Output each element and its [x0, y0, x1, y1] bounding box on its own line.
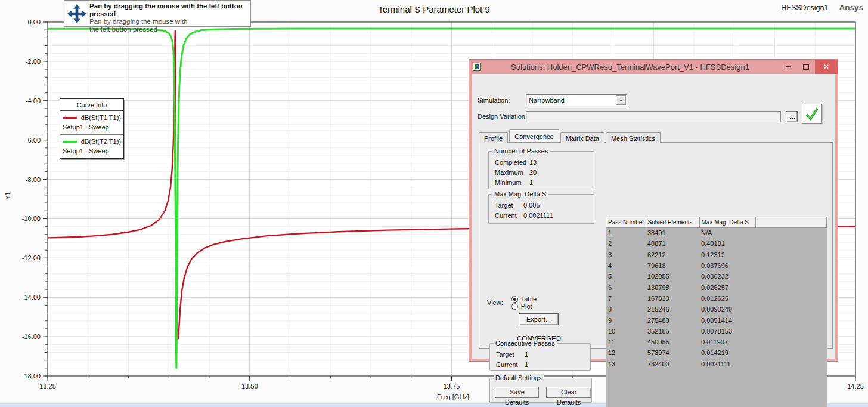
legend-entry: dB(St(T1,T1)) Setup1 : Sweep: [60, 111, 123, 134]
table-cell: 450055: [646, 337, 699, 347]
table-row[interactable]: 4796180.037696: [606, 260, 827, 271]
table-cell: 0.012625: [699, 293, 755, 304]
simulation-combobox[interactable]: Narrowband ▼: [526, 94, 627, 106]
table-cell: 38491: [646, 227, 699, 238]
minimize-button[interactable]: [779, 60, 797, 74]
table-cell: 573974: [646, 347, 699, 358]
table-cell: [755, 271, 827, 282]
table-row[interactable]: 92754800.0051414: [606, 314, 827, 325]
x-tick-label: 14.25: [847, 383, 864, 390]
table-row[interactable]: 137324000.0021111: [606, 359, 827, 369]
stat-label: Current: [495, 211, 523, 221]
stat-value: 13: [529, 158, 537, 168]
tab-profile[interactable]: Profile: [479, 132, 508, 143]
solutions-dialog: Solutions: Holden_CPWReso_TerminalWavePo…: [469, 60, 838, 361]
table-cell: [755, 227, 827, 238]
clear-defaults-button[interactable]: Clear Defaults: [546, 387, 591, 398]
table-cell: 0.12312: [699, 249, 755, 260]
stat-row: Maximum20: [495, 168, 590, 178]
curve-swatch-green: [63, 141, 77, 143]
table-header-cell[interactable]: Max Mag. Delta S: [699, 217, 755, 227]
table-cell: 3: [606, 249, 646, 260]
green-check-icon: [804, 106, 820, 122]
curve-info-legend: Curve Info dB(St(T1,T1)) Setup1 : Sweep …: [60, 98, 124, 159]
convergence-table[interactable]: Pass NumberSolved ElementsMax Mag. Delta…: [606, 217, 827, 407]
dialog-body: Simulation: Narrowband ▼ Design Variatio…: [472, 74, 835, 359]
tab-convergence[interactable]: Convergence: [509, 130, 559, 142]
stat-label: Maximum: [495, 168, 529, 178]
stat-row: Completed13: [495, 158, 590, 168]
table-cell: 9: [606, 314, 646, 325]
save-defaults-button[interactable]: Save Defaults: [495, 387, 539, 398]
table-cell: 10: [606, 326, 646, 337]
table-header-cell[interactable]: Pass Number: [606, 217, 646, 227]
table-row[interactable]: 3622120.12312: [606, 249, 827, 260]
table-cell: 0.0078153: [699, 326, 755, 337]
dialog-titlebar[interactable]: Solutions: Holden_CPWReso_TerminalWavePo…: [469, 60, 838, 74]
close-window-button[interactable]: ✕: [815, 60, 838, 74]
stat-row: Target0.005: [495, 201, 590, 211]
table-row[interactable]: 61307980.026257: [606, 282, 827, 292]
table-cell: 0.026257: [699, 282, 755, 292]
table-cell: 0.014219: [699, 347, 755, 358]
pan-arrows-icon: [67, 4, 87, 24]
design-variation-field[interactable]: [526, 111, 781, 122]
y-tick-label: -6.00: [26, 137, 41, 144]
x-tick-label: 13.25: [39, 383, 56, 390]
table-row[interactable]: 51020550.036232: [606, 271, 827, 282]
radio-icon[interactable]: [512, 296, 518, 303]
view-label: View:: [487, 299, 503, 306]
table-cell: 48871: [646, 238, 699, 249]
browse-variation-button[interactable]: ...: [786, 111, 798, 122]
table-header-cell[interactable]: [755, 217, 827, 227]
view-radio-plot[interactable]: Plot: [512, 303, 537, 310]
x-tick-label: 13.75: [444, 383, 460, 390]
table-cell: 2: [606, 238, 646, 249]
stat-label: Target: [495, 201, 523, 211]
table-cell: 130798: [646, 282, 699, 292]
minimize-icon: [786, 66, 791, 67]
stat-value: 20: [529, 168, 537, 178]
table-cell: [755, 314, 827, 325]
table-row[interactable]: 82152460.0090249: [606, 304, 827, 314]
table-cell: 167833: [646, 293, 699, 304]
table-row[interactable]: 2488710.40181: [606, 238, 827, 249]
view-radio-table[interactable]: Table: [512, 295, 537, 303]
groupbox-title: Number of Passes: [492, 147, 550, 155]
stat-value: 0.0021111: [523, 211, 553, 221]
convergence-tab-panel: Number of Passes Completed13Maximum20Min…: [479, 142, 833, 349]
curve-swatch-red: [63, 117, 77, 119]
maximize-button[interactable]: [797, 60, 815, 74]
table-row[interactable]: 138491N/A: [606, 227, 827, 238]
default-settings-groupbox: Default Settings Save Defaults Clear Def…: [489, 378, 592, 403]
y-tick-label: -4.00: [26, 97, 41, 104]
table-header-cell[interactable]: Solved Elements: [646, 217, 699, 227]
y-axis-label: Y1: [4, 192, 11, 199]
y-tick-label: -8.00: [26, 176, 41, 183]
apply-check-button[interactable]: [802, 104, 822, 124]
y-tick-label: -12.00: [22, 254, 41, 261]
stat-row: Current0.0021111: [495, 211, 590, 221]
tab-matrix-data[interactable]: Matrix Data: [560, 132, 604, 143]
table-cell: 12: [606, 347, 646, 358]
table-row[interactable]: 125739740.014219: [606, 347, 827, 358]
tooltip-title: Pan by dragging the mouse with the left …: [89, 2, 247, 18]
max-mag-delta-s-groupbox: Max Mag. Delta S Target0.005Current0.002…: [488, 194, 594, 224]
stat-label: Completed: [495, 158, 529, 168]
radio-icon[interactable]: [512, 303, 518, 310]
table-row[interactable]: 103521850.0078153: [606, 326, 827, 337]
dialog-title: Solutions: Holden_CPWReso_TerminalWavePo…: [481, 63, 779, 72]
tab-mesh-statistics[interactable]: Mesh Statistics: [606, 132, 661, 143]
ansys-logo: Ansys: [839, 3, 863, 12]
table-row[interactable]: 71678330.012625: [606, 293, 827, 304]
export-button[interactable]: Export...: [519, 313, 559, 325]
table-cell: 8: [606, 304, 646, 314]
table-cell: [755, 260, 827, 271]
table-row[interactable]: 114500550.011907: [606, 337, 827, 347]
legend-title: Curve Info: [60, 99, 123, 111]
chevron-down-icon[interactable]: ▼: [616, 95, 626, 105]
stat-label: Target: [496, 350, 525, 360]
x-tick-label: 13.50: [241, 383, 258, 390]
x-axis-label: Freq [GHz]: [417, 393, 489, 400]
number-of-passes-groupbox: Number of Passes Completed13Maximum20Min…: [488, 151, 594, 189]
